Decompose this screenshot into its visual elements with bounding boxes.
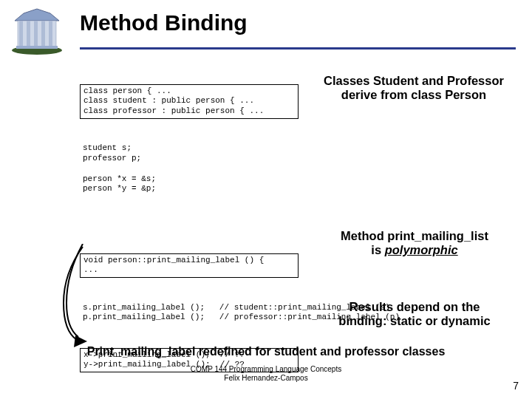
note-text: is <box>371 243 384 256</box>
svg-rect-4 <box>34 21 38 47</box>
svg-rect-6 <box>49 21 52 47</box>
page-number: 7 <box>513 380 519 392</box>
note-text: Results depend on the <box>349 300 480 313</box>
note-text: Classes Student and Professor <box>324 74 504 87</box>
note-text-underline: polymorphic <box>385 243 458 256</box>
svg-rect-3 <box>27 21 30 47</box>
note-text: Method print_mailing_list <box>341 229 488 242</box>
code-block-method: void person::print_mailing_label () { ..… <box>80 253 299 279</box>
note-text: derive from class Person <box>341 88 486 101</box>
note-binding: Results depend on the binding: static or… <box>307 300 522 328</box>
note-redefined: Print_mailing_label redefined for studen… <box>0 345 532 358</box>
title-underline <box>80 47 516 50</box>
unc-well-logo <box>6 3 68 58</box>
note-polymorphic: Method print_mailing_list is polymorphic <box>307 229 522 257</box>
footer-line: Felix Hernandez-Campos <box>224 374 307 382</box>
svg-rect-2 <box>19 21 23 47</box>
svg-rect-5 <box>41 21 45 47</box>
note-text: binding: static or dynamic <box>338 314 490 327</box>
note-derive: Classes Student and Professor derive fro… <box>303 74 525 102</box>
code-block-calls-direct: s.print_mailing_label (); // student::pr… <box>80 301 299 325</box>
slide-title: Method Binding <box>80 10 248 35</box>
footer: COMP 144 Programming Language Concepts F… <box>0 365 532 383</box>
curved-arrow-icon <box>61 244 90 347</box>
code-block-classes: class person { ... class student : publi… <box>80 84 299 119</box>
slide: Method Binding class person { ... class … <box>0 0 532 399</box>
footer-line: COMP 144 Programming Language Concepts <box>191 365 341 373</box>
code-block-decls: student s; professor p; person *x = &s; … <box>80 142 299 196</box>
svg-rect-7 <box>16 46 58 49</box>
